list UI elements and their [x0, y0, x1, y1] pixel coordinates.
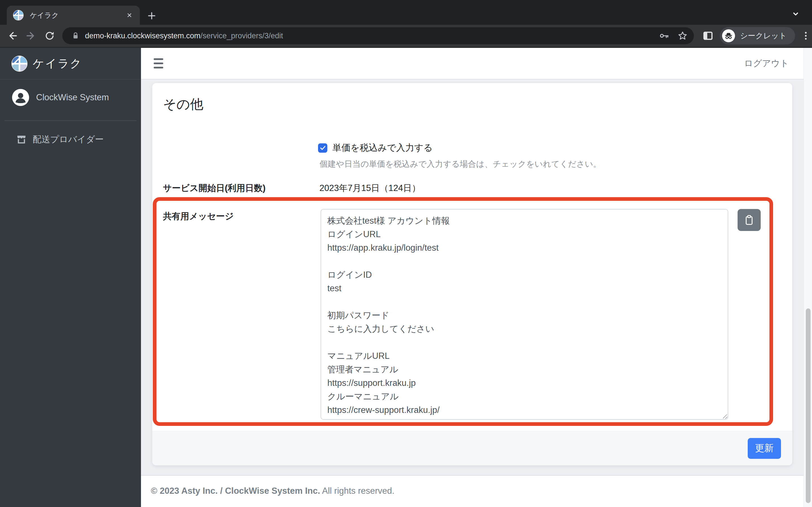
- main-area: ログアウト その他 単価を税込みで入力する 個建や日当の単価を税込みで入力する場…: [141, 48, 804, 507]
- new-tab-icon[interactable]: [145, 9, 158, 22]
- tab-search-chevron-icon[interactable]: [790, 9, 801, 18]
- tax-included-checkbox[interactable]: [318, 144, 327, 153]
- browser-tab-strip: ケイラク: [0, 0, 812, 25]
- sidebar-brand-text: ケイラク: [33, 56, 82, 71]
- incognito-badge[interactable]: シークレット: [720, 27, 795, 45]
- sidebar-item-label: 配送プロバイダー: [33, 133, 104, 145]
- logout-link[interactable]: ログアウト: [744, 57, 789, 69]
- browser-tab[interactable]: ケイラク: [7, 6, 140, 25]
- page-footer: © 2023 Asty Inc. / ClockWise System Inc.…: [141, 476, 804, 507]
- web-content: ケイラク ClockWise System 配送プロバイダー: [0, 48, 812, 507]
- app-navbar: ログアウト: [141, 48, 804, 79]
- keiraku-logo-icon: [11, 55, 28, 72]
- copy-message-button[interactable]: [738, 209, 761, 231]
- lock-icon[interactable]: [71, 32, 80, 40]
- person-avatar-icon: [11, 88, 30, 107]
- browser-menu-icon[interactable]: [800, 30, 812, 42]
- incognito-icon: [722, 29, 735, 42]
- copyright-rights: All rights reserved.: [320, 486, 395, 496]
- browser-toolbar: demo-kraku.clockwisesystem.com/service_p…: [0, 25, 812, 47]
- service-start-label: サービス開始日(利用日数): [163, 182, 266, 194]
- tax-checkbox-label: 単価を税込みで入力する: [333, 142, 433, 154]
- tax-checkbox-help: 個建や日当の単価を税込みで入力する場合は、チェックをいれてください。: [319, 159, 601, 170]
- scrollbar-track[interactable]: [804, 48, 812, 507]
- url-path: /service_providers/3/edit: [200, 32, 283, 40]
- url-bar[interactable]: demo-kraku.clockwisesystem.com/service_p…: [62, 27, 694, 44]
- card-footer: 更新: [152, 431, 792, 465]
- sidebar-item-label: ClockWise System: [36, 93, 109, 103]
- reload-icon[interactable]: [43, 30, 56, 42]
- url-domain: demo-kraku.clockwisesystem.com: [85, 32, 200, 40]
- side-panel-icon[interactable]: [702, 30, 714, 42]
- scrollbar-thumb[interactable]: [806, 308, 811, 503]
- screen: ケイラク demo: [0, 0, 812, 507]
- tab-close-icon[interactable]: [125, 11, 134, 19]
- copyright-company: © 2023 Asty Inc. / ClockWise System Inc.: [151, 486, 320, 496]
- tab-title: ケイラク: [30, 11, 125, 20]
- checkmark-icon: [319, 145, 326, 151]
- back-icon[interactable]: [6, 30, 18, 42]
- sidebar: ケイラク ClockWise System 配送プロバイダー: [0, 48, 141, 507]
- sidebar-item-account[interactable]: ClockWise System: [0, 79, 141, 115]
- bookmark-star-icon[interactable]: [677, 30, 688, 41]
- forward-icon[interactable]: [25, 30, 37, 42]
- service-start-value: 2023年7月15日（124日）: [319, 182, 420, 194]
- hamburger-menu-icon[interactable]: [154, 57, 165, 69]
- incognito-label: シークレット: [740, 31, 786, 41]
- sidebar-logo[interactable]: ケイラク: [0, 48, 141, 79]
- section-title: その他: [163, 96, 203, 113]
- storefront-icon: [16, 134, 27, 145]
- clipboard-icon: [743, 214, 755, 226]
- settings-card: その他 単価を税込みで入力する 個建や日当の単価を税込みで入力する場合は、チェッ…: [152, 83, 792, 465]
- keiraku-favicon: [13, 10, 24, 20]
- shared-message-label: 共有用メッセージ: [163, 210, 234, 222]
- textarea-resize-handle[interactable]: [721, 413, 728, 419]
- sidebar-item-delivery-provider[interactable]: 配送プロバイダー: [0, 126, 141, 153]
- password-key-icon[interactable]: [659, 30, 670, 41]
- url-text: demo-kraku.clockwisesystem.com/service_p…: [85, 32, 652, 40]
- update-button[interactable]: 更新: [748, 438, 781, 459]
- shared-message-textarea[interactable]: 株式会社test様 アカウント情報 ログインURL https://app.kr…: [320, 209, 728, 420]
- tax-checkbox-row: 単価を税込みで入力する: [318, 142, 433, 154]
